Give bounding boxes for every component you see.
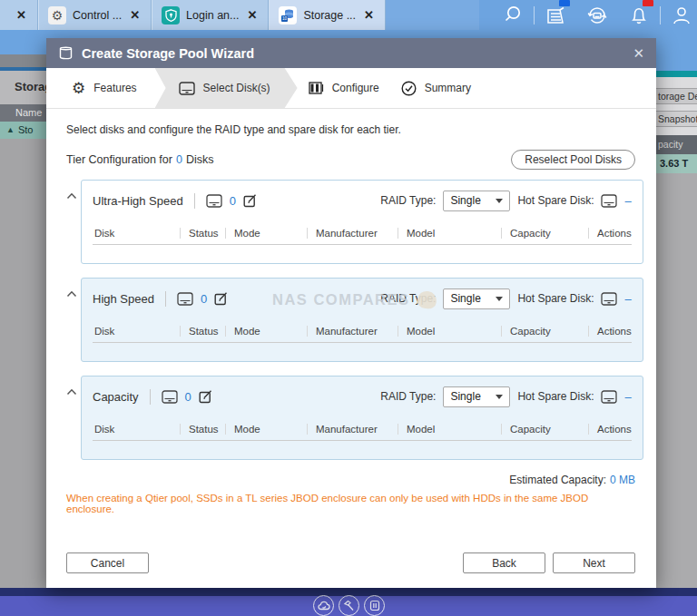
collapse-caret-icon[interactable] (66, 388, 81, 396)
chevron-down-icon (496, 297, 503, 301)
spacer (149, 552, 463, 573)
user-icon[interactable] (661, 0, 697, 30)
close-tab-icon[interactable] (245, 8, 259, 22)
tier-name: High Speed (93, 292, 154, 306)
tab-storage[interactable]: 10 Storage ... (269, 0, 386, 30)
raid-type-label: RAID Type: (380, 292, 436, 305)
tier-disk-table: Disk Status Mode Manufacturer Model Capa… (82, 228, 643, 245)
dialog-titlebar: Create Storage Pool Wizard (46, 38, 656, 68)
cancel-button[interactable]: Cancel (66, 552, 149, 573)
tier-header: High Speed 0 RAID Type: Single Hot Spare… (82, 279, 643, 318)
raid-type-value: Single (450, 194, 480, 207)
table-header-row: Disk Status Mode Manufacturer Model Capa… (93, 228, 632, 245)
tier-box: Capacity 0 RAID Type: Single Hot Spare D… (81, 376, 643, 460)
disk-count-total: 0 (176, 153, 182, 166)
capacity-column-header: pacity (656, 135, 697, 154)
divider (194, 193, 195, 209)
hot-spare-label: Hot Spare Disk: (517, 194, 594, 207)
storage-panel-title: Storag (15, 80, 46, 93)
storage-pool-row[interactable]: Sto (0, 122, 46, 139)
collapse-caret-icon[interactable] (66, 290, 81, 298)
storage-devices-button[interactable]: torage De (656, 88, 697, 104)
snapshot-button[interactable]: Snapshot (656, 111, 697, 127)
tier-box: High Speed 0 RAID Type: Single Hot Spare… (81, 278, 643, 362)
hot-spare-value: – (624, 194, 631, 208)
raid-type-label: RAID Type: (380, 390, 436, 403)
estimated-capacity-row: Estimated Capacity: 0 MB (66, 474, 635, 486)
edit-icon[interactable] (199, 389, 213, 404)
edit-icon[interactable] (243, 193, 258, 208)
tier-box: Ultra-High Speed 0 RAID Type: Single Hot… (81, 180, 643, 264)
close-tab-icon[interactable] (362, 8, 376, 22)
wizard-steps: Features Select Disk(s) Configure Summar… (46, 68, 656, 109)
panel-gap (656, 127, 697, 135)
reselect-pool-disks-button[interactable]: Reselect Pool Disks (511, 150, 635, 170)
tier-ultra-high-speed: Ultra-High Speed 0 RAID Type: Single Hot… (66, 180, 635, 264)
create-storage-pool-wizard-dialog: Create Storage Pool Wizard Features Sele… (46, 38, 656, 588)
disk-icon (179, 82, 195, 95)
next-button[interactable]: Next (553, 552, 635, 573)
storage-pool-cylinder-icon (58, 45, 74, 61)
estimated-capacity-value: 0 MB (610, 474, 635, 486)
step-features: Features (68, 68, 155, 108)
notification-bell-icon[interactable] (618, 0, 660, 30)
panel-gap (656, 77, 697, 88)
background-tasks-icon[interactable] (576, 0, 618, 30)
close-tab-icon[interactable] (15, 8, 28, 22)
search-icon[interactable] (492, 0, 534, 30)
tier-disk-count: 0 (201, 292, 207, 306)
tier-disk-count: 0 (185, 390, 191, 404)
estimated-capacity-label: Estimated Capacity: (509, 474, 606, 486)
disk-icon (177, 292, 193, 306)
tab-clipped[interactable] (0, 0, 38, 30)
teal-header-bar (656, 71, 697, 77)
hot-spare-value: – (624, 390, 631, 404)
gear-icon: ⚙ (48, 6, 66, 24)
window-body (0, 139, 46, 588)
check-circle-icon (401, 81, 417, 96)
tier-disk-count: 0 (230, 194, 236, 208)
divider (150, 389, 151, 405)
close-tab-icon[interactable] (128, 8, 142, 22)
capacity-value-cell: 3.63 T (656, 154, 697, 173)
collapse-caret-icon[interactable] (66, 192, 81, 200)
notes-icon[interactable] (535, 0, 576, 30)
storage-stack-icon: 10 (279, 6, 297, 24)
background-window-right: torage De Snapshot pacity 3.63 T (656, 71, 697, 588)
tier-high-speed: High Speed 0 RAID Type: Single Hot Spare… (66, 278, 635, 362)
back-button[interactable]: Back (463, 552, 545, 573)
disk-icon (601, 292, 617, 306)
step-summary: Summary (398, 68, 489, 108)
tier-header: Capacity 0 RAID Type: Single Hot Spare D… (82, 376, 643, 416)
disk-icon (162, 390, 178, 404)
raid-type-label: RAID Type: (380, 194, 436, 207)
row-collapse-icon (6, 122, 15, 139)
table-header-row: Disk Status Mode Manufacturer Model Capa… (93, 424, 632, 441)
raid-type-select[interactable]: Single (443, 191, 510, 211)
tab-login[interactable]: Login an... (152, 0, 269, 30)
panel-gap (656, 104, 697, 111)
close-icon[interactable] (633, 46, 644, 60)
cloud-icon[interactable] (313, 595, 334, 616)
chevron-down-icon (496, 199, 503, 203)
tab-control-panel[interactable]: ⚙ Control ... (38, 0, 152, 30)
tab-label: Login an... (186, 9, 239, 22)
divider (165, 291, 166, 307)
chevron-down-icon (496, 395, 503, 399)
tier-disk-table: Disk Status Mode Manufacturer Model Capa… (82, 326, 643, 343)
pause-card-icon[interactable] (364, 595, 385, 616)
raid-type-select[interactable]: Single (443, 288, 510, 309)
gear-icon (72, 81, 85, 96)
tier-disk-table: Disk Status Mode Manufacturer Model Capa… (82, 424, 643, 441)
qtier-warning-text: When creating a Qtier pool, SSDs in a TL… (66, 493, 635, 514)
edit-icon[interactable] (214, 291, 229, 306)
window-body (656, 173, 697, 588)
tier-name: Ultra-High Speed (93, 194, 183, 208)
raid-type-select[interactable]: Single (443, 386, 510, 407)
tab-label: Storage ... (303, 9, 356, 22)
window-edge (0, 54, 46, 67)
dialog-title: Create Storage Pool Wizard (82, 46, 254, 61)
step-select-disks-current: Select Disk(s) (155, 68, 298, 108)
hammer-tool-icon[interactable] (339, 595, 359, 616)
raid-type-value: Single (450, 292, 480, 305)
